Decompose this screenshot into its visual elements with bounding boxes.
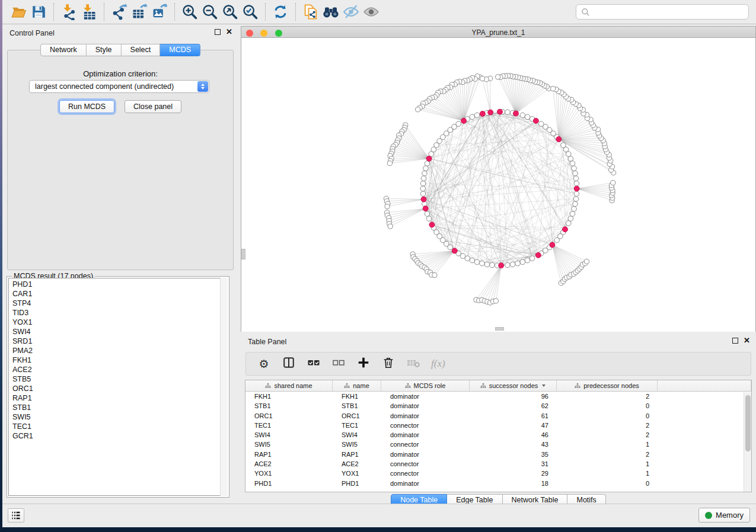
export-table-button[interactable] <box>129 2 149 21</box>
network-node[interactable] <box>420 186 426 191</box>
delete-button[interactable] <box>381 357 395 371</box>
node-table[interactable]: shared namenameMCDS rolesuccessor nodesp… <box>245 380 752 492</box>
network-node[interactable] <box>538 121 544 127</box>
refresh-button[interactable] <box>270 2 291 21</box>
network-node[interactable] <box>420 191 426 197</box>
mcds-result-item[interactable]: SWI4 <box>9 327 227 336</box>
network-node[interactable] <box>480 261 485 266</box>
column-header-successor-nodes[interactable]: successor nodes <box>470 380 557 391</box>
network-node[interactable] <box>520 259 525 265</box>
tab-mcds[interactable]: MCDS <box>160 44 200 56</box>
network-node[interactable] <box>570 211 575 217</box>
mcds-node[interactable] <box>480 111 485 117</box>
network-node[interactable] <box>460 254 465 259</box>
network-vertical-scroll-thumb[interactable] <box>241 249 245 259</box>
mcds-result-list[interactable]: PHD1CAR1STP4TID3YOX1SWI4SRD1PMA2FKH1ACE2… <box>8 278 228 496</box>
float-panel-icon[interactable] <box>732 338 738 344</box>
network-node[interactable] <box>470 258 475 263</box>
column-header-shared-name[interactable]: shared name <box>245 380 333 391</box>
mcds-result-item[interactable]: STB5 <box>9 374 227 384</box>
network-node[interactable] <box>426 216 432 222</box>
mcds-list-scrollbar[interactable] <box>220 278 228 496</box>
table-row[interactable]: ORC1ORC1dominator610 <box>245 411 751 421</box>
mcds-result-item[interactable]: STB1 <box>9 403 227 412</box>
network-node[interactable] <box>510 262 515 267</box>
mcds-result-item[interactable]: FKH1 <box>9 355 227 365</box>
mcds-result-item[interactable]: SWI5 <box>9 412 227 422</box>
mcds-node[interactable] <box>562 227 567 232</box>
zoom-out-button[interactable] <box>200 2 220 21</box>
mcds-result-item[interactable]: TEC1 <box>9 422 227 431</box>
function-builder-button[interactable]: f(x) <box>431 357 445 371</box>
network-node[interactable] <box>566 221 571 226</box>
mcds-result-item[interactable]: PHD1 <box>9 280 227 289</box>
select-all-button[interactable] <box>307 357 321 371</box>
mcds-result-item[interactable]: STP4 <box>9 299 227 308</box>
network-node[interactable] <box>520 113 525 118</box>
zoom-in-button[interactable] <box>180 2 200 21</box>
find-button[interactable] <box>321 2 341 21</box>
delete-table-button[interactable] <box>406 357 420 371</box>
network-node[interactable] <box>421 176 426 181</box>
network-node[interactable] <box>432 273 437 277</box>
network-node[interactable] <box>387 161 392 165</box>
network-node[interactable] <box>525 258 530 263</box>
mcds-result-item[interactable]: YOX1 <box>9 318 227 327</box>
mcds-result-item[interactable]: ACE2 <box>9 365 227 374</box>
deselect-all-button[interactable] <box>331 357 346 371</box>
network-node[interactable] <box>573 196 579 201</box>
column-header-MCDS-role[interactable]: MCDS role <box>381 380 470 391</box>
network-node[interactable] <box>568 216 573 222</box>
mcds-node[interactable] <box>426 156 432 161</box>
mcds-node[interactable] <box>421 197 426 202</box>
network-node[interactable] <box>490 262 495 268</box>
network-node[interactable] <box>480 76 484 81</box>
network-node[interactable] <box>574 191 579 197</box>
mcds-result-item[interactable]: RAP1 <box>9 393 227 403</box>
mcds-result-item[interactable]: GCR1 <box>9 431 227 441</box>
network-node[interactable] <box>465 256 470 261</box>
table-row[interactable]: SWI4SWI4dominator462 <box>245 430 751 440</box>
panel-list-button[interactable] <box>8 508 24 523</box>
mcds-node[interactable] <box>535 252 541 258</box>
mcds-result-item[interactable]: SRD1 <box>9 336 227 346</box>
network-node[interactable] <box>416 107 420 112</box>
import-network-button[interactable] <box>59 2 79 21</box>
table-row[interactable]: PHD1PHD1dominator180 <box>245 479 751 488</box>
network-node[interactable] <box>561 143 566 148</box>
table-row[interactable]: ACE2ACE2connector311 <box>245 459 751 469</box>
mcds-result-item[interactable]: ORC1 <box>9 384 227 393</box>
network-window-titlebar[interactable]: YPA_prune.txt_1 <box>241 27 755 38</box>
network-node[interactable] <box>568 156 573 161</box>
mcds-node[interactable] <box>423 206 428 211</box>
network-node[interactable] <box>570 161 575 166</box>
table-row[interactable]: TEC1TEC1connector472 <box>245 421 751 430</box>
mcds-node[interactable] <box>513 111 518 116</box>
mcds-node[interactable] <box>497 109 502 114</box>
network-node[interactable] <box>388 224 393 229</box>
mcds-result-item[interactable]: TID3 <box>9 308 227 318</box>
network-node[interactable] <box>529 256 535 261</box>
network-node[interactable] <box>484 262 490 267</box>
network-node[interactable] <box>584 259 589 264</box>
network-node[interactable] <box>425 161 430 166</box>
mcds-node[interactable] <box>452 248 457 254</box>
close-panel-button[interactable]: Close panel <box>125 100 181 113</box>
mcds-result-item[interactable]: CAR1 <box>9 289 227 299</box>
network-node[interactable] <box>573 201 578 207</box>
run-mcds-button[interactable]: Run MCDS <box>59 100 114 113</box>
network-node[interactable] <box>470 114 475 120</box>
network-node[interactable] <box>572 166 577 171</box>
mcds-node[interactable] <box>461 118 467 123</box>
export-image-button[interactable] <box>149 2 170 21</box>
mcds-node[interactable] <box>574 186 579 191</box>
mcds-node[interactable] <box>533 118 538 123</box>
network-horizontal-scroll-thumb[interactable] <box>495 327 504 331</box>
network-canvas[interactable] <box>241 38 755 332</box>
network-node[interactable] <box>574 181 579 186</box>
network-node[interactable] <box>515 261 521 266</box>
network-node[interactable] <box>611 180 615 185</box>
network-node[interactable] <box>573 171 578 176</box>
network-node[interactable] <box>572 206 577 211</box>
column-header-predecessor-nodes[interactable]: predecessor nodes <box>557 380 658 391</box>
